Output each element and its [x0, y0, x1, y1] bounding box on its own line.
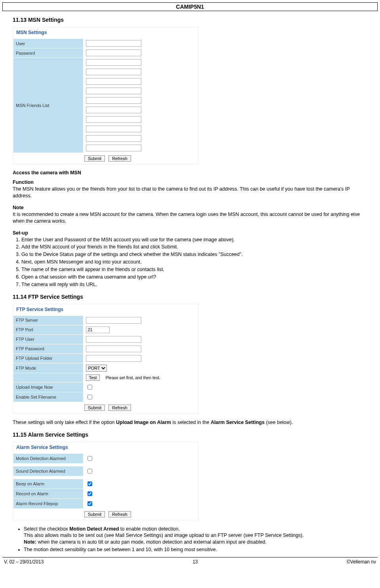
msn-password-label: Password — [13, 48, 84, 58]
function-text: The MSN feature allows you or the friend… — [13, 186, 367, 199]
msn-friend-input-6[interactable] — [86, 107, 141, 113]
ftp-table: FTP Server FTP Port FTP User FTP Passwor… — [13, 315, 198, 402]
page-footer: V. 02 – 29/01/2013 13 ©Velleman nv — [2, 557, 378, 566]
msn-refresh-button[interactable]: Refresh — [108, 155, 131, 162]
alarm-bullet-1: Select the checkbox Motion Detect Armed … — [24, 526, 367, 546]
ftp-server-input[interactable] — [86, 317, 141, 324]
alarm-motion-label: Motion Detection Alarmed — [13, 453, 84, 463]
alarm-sound-checkbox[interactable] — [87, 469, 92, 473]
alarm-button-row: Submit Refresh — [13, 509, 198, 520]
msn-friend-input-4[interactable] — [86, 88, 141, 94]
ftp-enable-fn-label: Enable Set Filename — [13, 392, 84, 402]
ftp-folder-label: FTP Upload Folder — [13, 353, 84, 363]
alarm-submit-button[interactable]: Submit — [84, 511, 105, 517]
ftp-server-label: FTP Server — [13, 315, 84, 325]
alarm-filepop-checkbox[interactable] — [87, 501, 92, 506]
page-content: 11.13 MSN Settings MSN Settings User Pas… — [0, 17, 380, 553]
setup-item-5: The name of the camera will appear in th… — [21, 266, 367, 273]
setup-list: Enter the User and Password of the MSN a… — [21, 237, 367, 288]
msn-friend-input-10[interactable] — [86, 145, 141, 151]
msn-submit-button[interactable]: Submit — [84, 155, 105, 162]
ftp-port-label: FTP Port — [13, 325, 84, 334]
page-header-title: CAMIP5N1 — [176, 4, 204, 10]
alarm-panel-title: Alarm Service Settings — [13, 442, 198, 453]
setup-item-4: Next, open MSN Messenger and log into yo… — [21, 259, 367, 265]
section-1114-heading: 11.14 FTP Service Settings — [13, 294, 367, 300]
msn-friend-input-5[interactable] — [86, 97, 141, 104]
msn-friend-input-7[interactable] — [86, 116, 141, 123]
ftp-settings-panel: FTP Service Settings FTP Server FTP Port… — [13, 304, 199, 414]
msn-table: User Password MSN Friends List — [13, 38, 198, 153]
footer-left: V. 02 – 29/01/2013 — [4, 559, 44, 565]
ftp-test-row-label — [13, 373, 84, 382]
ftp-upload-now-checkbox[interactable] — [87, 385, 92, 389]
alarm-beep-label: Beep on Alarm — [13, 479, 84, 489]
setup-item-1: Enter the User and Password of the MSN a… — [21, 237, 367, 243]
ftp-upload-now-label: Upload Image Now — [13, 382, 84, 392]
ftp-port-input[interactable] — [86, 326, 110, 333]
ftp-password-input[interactable] — [86, 346, 141, 352]
ftp-folder-input[interactable] — [86, 355, 141, 362]
msn-friend-input-1[interactable] — [86, 59, 141, 66]
msn-panel-title: MSN Settings — [13, 27, 198, 38]
alarm-refresh-button[interactable]: Refresh — [108, 511, 131, 517]
alarm-sound-label: Sound Detection Alarmed — [13, 466, 84, 476]
alarm-filepop-label: Alarm Record Filepop — [13, 498, 84, 508]
msn-password-input[interactable] — [86, 50, 141, 56]
ftp-password-label: FTP Password — [13, 344, 84, 353]
ftp-test-note: Please set first, and then test. — [103, 375, 160, 380]
alarm-record-label: Record on Alarm — [13, 489, 84, 498]
section-1115-heading: 11.15 Alarm Service Settings — [13, 431, 367, 438]
ftp-mode-label: FTP Mode — [13, 363, 84, 373]
alarm-beep-checkbox[interactable] — [87, 481, 92, 486]
note-text: It is recommended to create a new MSN ac… — [13, 211, 367, 225]
page-header: CAMIP5N1 — [2, 2, 378, 11]
ftp-test-button[interactable]: Test — [86, 374, 99, 381]
alarm-bullets: Select the checkbox Motion Detect Armed … — [24, 526, 367, 554]
ftp-user-label: FTP User — [13, 334, 84, 344]
msn-friend-input-8[interactable] — [86, 126, 141, 132]
setup-item-6: Open a chat session with the camera user… — [21, 274, 367, 281]
msn-friends-label: MSN Friends List — [13, 58, 84, 153]
section-1113-heading: 11.13 MSN Settings — [13, 17, 367, 23]
msn-settings-panel: MSN Settings User Password MSN Friends L… — [13, 27, 199, 164]
msn-friend-input-3[interactable] — [86, 78, 141, 85]
msn-button-row: Submit Refresh — [13, 153, 198, 164]
function-heading: Function — [13, 179, 367, 185]
alarm-bullet-2: The motion detect sensibility can be set… — [24, 546, 367, 553]
alarm-motion-checkbox[interactable] — [87, 456, 92, 461]
msn-user-label: User — [13, 39, 84, 48]
setup-heading: Set-up — [13, 230, 367, 236]
msn-user-input[interactable] — [86, 40, 141, 47]
ftp-enable-fn-checkbox[interactable] — [87, 395, 92, 399]
ftp-mode-select[interactable]: PORT — [86, 365, 107, 372]
footer-right: ©Velleman nv — [347, 559, 376, 565]
msn-friend-input-2[interactable] — [86, 69, 141, 75]
setup-item-2: Add the MSN account of your friends in t… — [21, 244, 367, 250]
alarm-settings-panel: Alarm Service Settings Motion Detection … — [13, 442, 199, 520]
ftp-user-input[interactable] — [86, 336, 141, 343]
msn-friend-input-9[interactable] — [86, 135, 141, 142]
note-heading: Note — [13, 205, 367, 210]
ftp-submit-button[interactable]: Submit — [84, 405, 105, 411]
ftp-note-text: These settings will only take effect if … — [13, 419, 367, 426]
ftp-refresh-button[interactable]: Refresh — [108, 405, 131, 411]
ftp-button-row: Submit Refresh — [13, 402, 198, 413]
alarm-table: Motion Detection Alarmed Sound Detection… — [13, 453, 198, 509]
access-heading: Access the camera with MSN — [13, 170, 367, 176]
setup-item-7: The camera will reply with its URL. — [21, 281, 367, 288]
setup-item-3: Go to the Device Status page of the sett… — [21, 251, 367, 258]
alarm-record-checkbox[interactable] — [87, 491, 92, 496]
footer-center: 13 — [192, 559, 198, 565]
ftp-panel-title: FTP Service Settings — [13, 304, 198, 315]
